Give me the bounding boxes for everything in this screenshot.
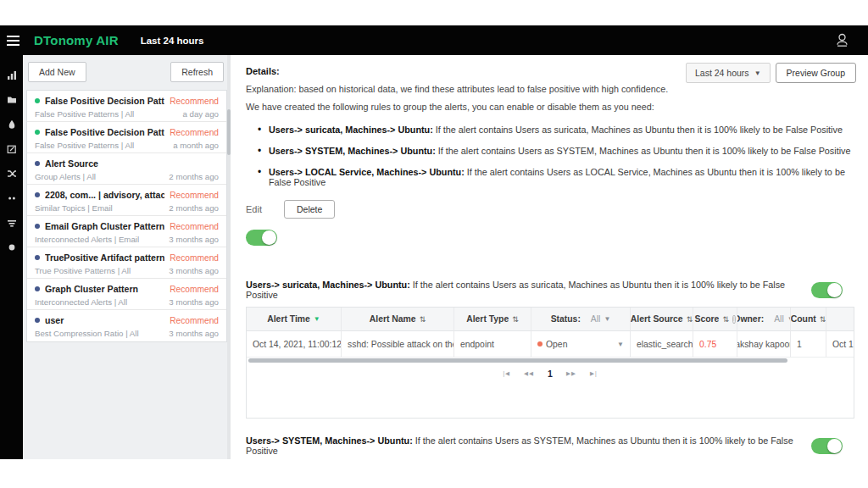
edit-icon[interactable] bbox=[7, 142, 17, 152]
filter-icon[interactable] bbox=[7, 216, 17, 226]
status-dot bbox=[35, 192, 40, 197]
recommend-badge: Recommend bbox=[170, 191, 219, 200]
item-time: 3 months ago bbox=[169, 297, 219, 307]
item-category: False Positive Patterns | All bbox=[35, 109, 134, 119]
owner-filter[interactable]: All bbox=[774, 314, 784, 324]
recommend-badge: Recommend bbox=[170, 97, 219, 106]
droplet-icon[interactable] bbox=[7, 118, 17, 128]
list-item[interactable]: Email Graph Cluster PatternRecommend Int… bbox=[27, 216, 226, 247]
sort-icon[interactable]: ⇅ bbox=[512, 315, 519, 324]
analytics-icon[interactable] bbox=[7, 69, 17, 79]
item-category: True Positive Patterns | All bbox=[35, 266, 131, 275]
cell-alert-type: endpoint bbox=[454, 331, 531, 358]
app-title: DTonomy AIR bbox=[34, 33, 119, 47]
list-item[interactable]: False Positive Decision Patter...Recomme… bbox=[27, 91, 226, 122]
cell-partial: Oct 1 bbox=[826, 331, 854, 358]
first-page-button[interactable]: |◀ bbox=[503, 370, 510, 377]
item-time: 3 months ago bbox=[169, 235, 219, 244]
time-range-dropdown[interactable]: Last 24 hours▼ bbox=[686, 63, 771, 83]
rule-list: Users-> suricata, Machines-> Ubuntu: If … bbox=[246, 125, 856, 187]
group-enabled-toggle[interactable] bbox=[811, 438, 843, 454]
group-enabled-toggle[interactable] bbox=[811, 282, 843, 298]
details-panel: Last 24 hours▼ Preview Group Details: Ex… bbox=[231, 55, 868, 459]
col-alert-source: Alert Source bbox=[631, 314, 683, 324]
rule-item: Users-> SYSTEM, Machines-> Ubuntu: If th… bbox=[246, 146, 856, 156]
status-filter[interactable]: All bbox=[591, 314, 601, 324]
menu-icon[interactable] bbox=[7, 36, 32, 46]
edit-button[interactable]: Edit bbox=[246, 204, 262, 214]
item-name: False Positive Decision Patter... bbox=[45, 127, 164, 137]
sort-icon[interactable]: ⇅ bbox=[820, 315, 826, 324]
pattern-enabled-toggle[interactable] bbox=[246, 230, 277, 246]
status-dot bbox=[35, 224, 40, 229]
sort-icon[interactable]: ⇅ bbox=[687, 315, 693, 324]
chevron-down-icon[interactable]: ▼ bbox=[617, 341, 624, 348]
alert-group-suricata: Users-> suricata, Machines-> Ubuntu: If … bbox=[246, 280, 856, 419]
table-row[interactable]: Oct 14, 2021, 11:00:12 PM sshd: Possible… bbox=[247, 331, 854, 358]
preview-group-button[interactable]: Preview Group bbox=[776, 63, 856, 83]
status-dot bbox=[35, 286, 40, 291]
rule-text: If the alert contains Users as SYSTEM, M… bbox=[436, 146, 851, 156]
item-category: Interconnected Alerts | All bbox=[35, 297, 127, 307]
list-item[interactable]: False Positive Decision Patter...Recomme… bbox=[27, 122, 226, 153]
explanation-line: Explanation: based on historical data, w… bbox=[246, 84, 856, 94]
sort-icon[interactable]: ⇅ bbox=[722, 315, 729, 324]
ellipsis-icon[interactable] bbox=[7, 191, 17, 202]
list-item[interactable]: 2208, com... | advisory, attached... ...… bbox=[27, 185, 226, 216]
horizontal-scrollbar[interactable] bbox=[248, 358, 787, 363]
rule-text: If the alert contains Users as suricata,… bbox=[433, 125, 843, 135]
list-item[interactable]: TruePositive Artifact patternRecommend T… bbox=[27, 247, 226, 279]
item-name: 2208, com... | advisory, attached... ... bbox=[45, 190, 164, 200]
cell-status[interactable]: Open bbox=[546, 340, 567, 349]
rule-condition: Users-> LOCAL Service, Machines-> Ubuntu… bbox=[269, 167, 465, 177]
col-owner: Owner: bbox=[737, 314, 764, 324]
item-category: Similar Topics | Email bbox=[35, 203, 113, 213]
item-category: Best Compression Ratio | All bbox=[35, 329, 139, 338]
sort-desc-icon[interactable]: ▼ bbox=[314, 315, 320, 323]
col-score: Score bbox=[695, 314, 720, 324]
cell-alert-source: elastic_search bbox=[631, 331, 693, 358]
col-alert-time: Alert Time bbox=[267, 314, 310, 324]
folder-icon[interactable] bbox=[7, 93, 17, 103]
item-category: Interconnected Alerts | Email bbox=[35, 235, 139, 244]
user-profile-icon[interactable] bbox=[835, 32, 849, 48]
last-page-button[interactable]: ▶| bbox=[590, 370, 598, 377]
cell-alert-time: Oct 14, 2021, 11:00:12 PM bbox=[247, 331, 342, 358]
col-status: Status: bbox=[551, 314, 581, 324]
item-time: a month ago bbox=[173, 141, 219, 150]
record-icon[interactable] bbox=[7, 241, 17, 251]
rule-condition: Users-> suricata, Machines-> Ubuntu: bbox=[269, 125, 433, 135]
status-dot bbox=[35, 98, 40, 103]
page-number[interactable]: 1 bbox=[548, 369, 553, 379]
icon-rail bbox=[0, 55, 23, 459]
item-time: 2 months ago bbox=[169, 172, 219, 181]
item-time: 3 months ago bbox=[169, 266, 219, 275]
shuffle-icon[interactable] bbox=[7, 167, 17, 177]
item-name: TruePositive Artifact pattern bbox=[45, 252, 164, 263]
open-status-dot bbox=[537, 341, 542, 347]
delete-button[interactable]: Delete bbox=[284, 200, 335, 219]
chevron-down-icon[interactable]: ▼ bbox=[604, 315, 610, 323]
item-category: Group Alerts | All bbox=[35, 172, 96, 181]
list-item[interactable]: Graph Cluster PatternRecommend Interconn… bbox=[27, 279, 226, 310]
explanation-line: We have created the following rules to g… bbox=[246, 102, 856, 112]
next-page-button[interactable]: ▶▶ bbox=[566, 370, 576, 377]
sort-icon[interactable]: ⇅ bbox=[420, 315, 426, 324]
cell-alert-name: sshd: Possible attack on the ssh serve bbox=[342, 331, 454, 358]
info-icon[interactable]: i bbox=[732, 315, 736, 324]
list-item[interactable]: userRecommend Best Compression Ratio | A… bbox=[27, 310, 226, 341]
item-name: False Positive Decision Patter... bbox=[45, 96, 164, 106]
list-item[interactable]: Alert Source Group Alerts | All2 months … bbox=[27, 153, 226, 185]
item-category: False Positive Patterns | All bbox=[35, 141, 134, 150]
item-name: Graph Cluster Pattern bbox=[45, 284, 164, 294]
col-alert-type: Alert Type bbox=[466, 314, 509, 324]
pattern-list: False Positive Decision Patter...Recomme… bbox=[26, 90, 227, 342]
recommend-badge: Recommend bbox=[170, 128, 219, 137]
prev-page-button[interactable]: ◀◀ bbox=[524, 370, 534, 377]
item-name: user bbox=[45, 315, 164, 325]
refresh-button[interactable]: Refresh bbox=[170, 62, 224, 82]
table-header-row: Alert Time▼ Alert Name⇅ Alert Type⇅ Stat… bbox=[247, 308, 854, 331]
item-time: 2 months ago bbox=[169, 203, 219, 213]
col-partial bbox=[826, 308, 854, 331]
add-new-button[interactable]: Add New bbox=[28, 62, 86, 82]
